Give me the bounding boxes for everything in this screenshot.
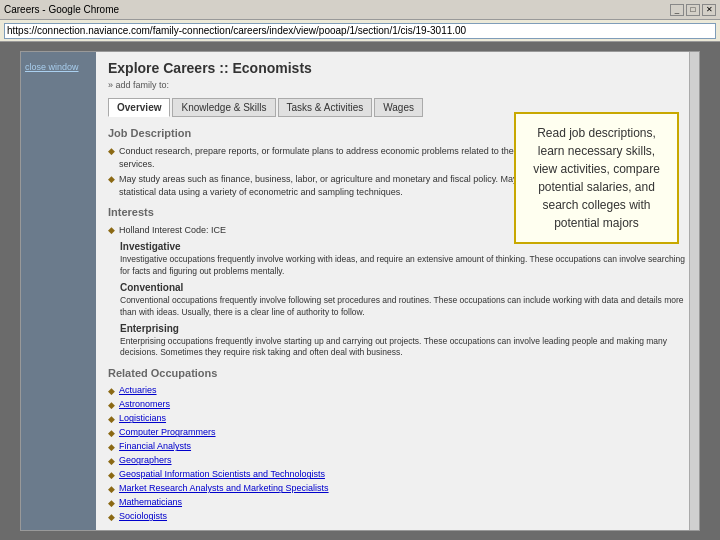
bullet-icon-13: ◆ bbox=[108, 512, 115, 522]
list-item: ◆ Astronomers bbox=[108, 399, 687, 410]
title-bar-left: Careers - Google Chrome bbox=[4, 4, 119, 15]
list-item: ◆ Computer Programmers bbox=[108, 427, 687, 438]
restore-button[interactable]: □ bbox=[686, 4, 700, 16]
computer-programmers-link[interactable]: Computer Programmers bbox=[119, 427, 216, 437]
title-bar: Careers - Google Chrome _ □ ✕ bbox=[0, 0, 720, 20]
bullet-icon-11: ◆ bbox=[108, 484, 115, 494]
market-research-link[interactable]: Market Research Analysts and Marketing S… bbox=[119, 483, 329, 493]
astronomers-link[interactable]: Astronomers bbox=[119, 399, 170, 409]
sidebar: close window bbox=[21, 52, 96, 530]
enterprising-heading: Enterprising bbox=[120, 323, 687, 334]
address-bar bbox=[0, 20, 720, 42]
holland-code-text: Holland Interest Code: ICE bbox=[119, 224, 226, 237]
bullet-icon-9: ◆ bbox=[108, 456, 115, 466]
actuaries-link[interactable]: Actuaries bbox=[119, 385, 157, 395]
bullet-icon-4: ◆ bbox=[108, 386, 115, 396]
page-frame: close window Explore Careers :: Economis… bbox=[20, 51, 700, 531]
bullet-icon-5: ◆ bbox=[108, 400, 115, 410]
close-button[interactable]: ✕ bbox=[702, 4, 716, 16]
bullet-icon-8: ◆ bbox=[108, 442, 115, 452]
bullet-icon-2: ◆ bbox=[108, 174, 115, 184]
conventional-heading: Conventional bbox=[120, 282, 687, 293]
tab-wages[interactable]: Wages bbox=[374, 98, 423, 117]
list-item: ◆ Market Research Analysts and Marketing… bbox=[108, 483, 687, 494]
sociologists-link[interactable]: Sociologists bbox=[119, 511, 167, 521]
list-item: ◆ Sociologists bbox=[108, 511, 687, 522]
investigative-text: Investigative occupations frequently inv… bbox=[120, 254, 687, 278]
page-title: Explore Careers :: Economists bbox=[108, 60, 687, 76]
list-item: ◆ Financial Analysts bbox=[108, 441, 687, 452]
breadcrumb: » add family to: bbox=[108, 80, 687, 90]
related-occupations-heading: Related Occupations bbox=[108, 367, 687, 379]
bullet-icon-3: ◆ bbox=[108, 225, 115, 235]
content-area: close window Explore Careers :: Economis… bbox=[0, 42, 720, 540]
enterprising-text: Enterprising occupations frequently invo… bbox=[120, 336, 687, 360]
tooltip-text: Read job descriptions, learn necessary s… bbox=[533, 126, 660, 230]
tab-knowledge-skills[interactable]: Knowledge & Skills bbox=[172, 98, 275, 117]
scrollbar[interactable] bbox=[689, 52, 699, 530]
list-item: ◆ Logisticians bbox=[108, 413, 687, 424]
bullet-icon-6: ◆ bbox=[108, 414, 115, 424]
tab-tasks-activities[interactable]: Tasks & Activities bbox=[278, 98, 373, 117]
bullet-icon-12: ◆ bbox=[108, 498, 115, 508]
browser-title: Careers - Google Chrome bbox=[4, 4, 119, 15]
bullet-icon-10: ◆ bbox=[108, 470, 115, 480]
window-controls: _ □ ✕ bbox=[670, 4, 716, 16]
tooltip-overlay: Read job descriptions, learn necessary s… bbox=[514, 112, 679, 244]
list-item: ◆ Mathematicians bbox=[108, 497, 687, 508]
list-item: ◆ Geographers bbox=[108, 455, 687, 466]
url-input[interactable] bbox=[4, 23, 716, 39]
minimize-button[interactable]: _ bbox=[670, 4, 684, 16]
bullet-icon-1: ◆ bbox=[108, 146, 115, 156]
mathematicians-link[interactable]: Mathematicians bbox=[119, 497, 182, 507]
geographers-link[interactable]: Geographers bbox=[119, 455, 172, 465]
logisticians-link[interactable]: Logisticians bbox=[119, 413, 166, 423]
tab-overview[interactable]: Overview bbox=[108, 98, 170, 117]
close-window-link[interactable]: close window bbox=[25, 62, 79, 72]
financial-analysts-link[interactable]: Financial Analysts bbox=[119, 441, 191, 451]
bullet-icon-7: ◆ bbox=[108, 428, 115, 438]
conventional-text: Conventional occupations frequently invo… bbox=[120, 295, 687, 319]
list-item: ◆ Actuaries bbox=[108, 385, 687, 396]
geospatial-link[interactable]: Geospatial Information Scientists and Te… bbox=[119, 469, 325, 479]
list-item: ◆ Geospatial Information Scientists and … bbox=[108, 469, 687, 480]
browser-window: Careers - Google Chrome _ □ ✕ close wind… bbox=[0, 0, 720, 540]
